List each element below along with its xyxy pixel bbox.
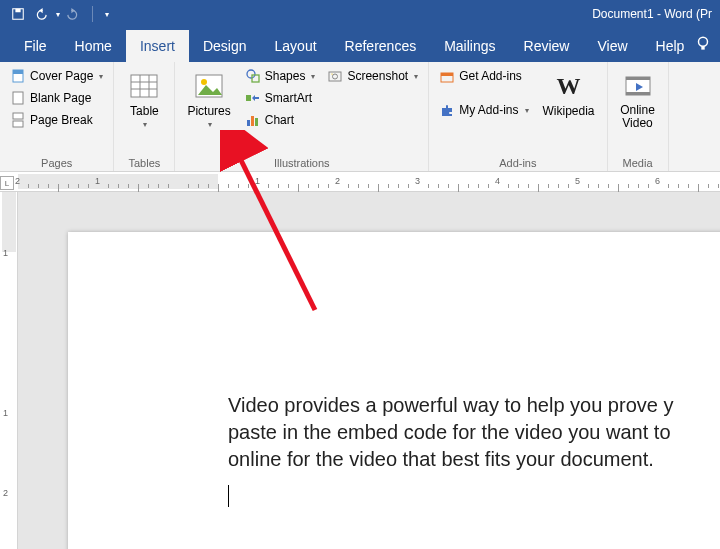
svg-point-24 xyxy=(332,73,333,74)
tab-file[interactable]: File xyxy=(10,30,61,62)
workspace: 112 Video provides a powerful way to hel… xyxy=(0,192,720,549)
tab-view[interactable]: View xyxy=(583,30,641,62)
svg-point-15 xyxy=(201,79,207,85)
svg-rect-9 xyxy=(131,75,157,97)
save-icon[interactable] xyxy=(10,6,26,22)
page-break-icon xyxy=(10,112,26,128)
page-break-button[interactable]: Page Break xyxy=(6,110,107,130)
my-addins-button[interactable]: My Add-ins ▾ xyxy=(435,100,532,120)
svg-rect-29 xyxy=(626,92,650,95)
cover-page-button[interactable]: Cover Page ▾ xyxy=(6,66,107,86)
table-icon xyxy=(128,70,160,102)
horizontal-ruler[interactable]: L 21123456 xyxy=(0,172,720,192)
body-text[interactable]: Video provides a powerful way to help yo… xyxy=(228,392,720,514)
svg-rect-18 xyxy=(246,95,251,101)
cover-page-label: Cover Page xyxy=(30,69,93,83)
store-icon xyxy=(439,68,455,84)
chevron-down-icon: ▾ xyxy=(143,120,147,129)
svg-point-2 xyxy=(699,37,708,46)
group-tables: Table ▾ Tables xyxy=(114,62,175,171)
blank-page-button[interactable]: Blank Page xyxy=(6,88,107,108)
svg-rect-5 xyxy=(13,70,23,74)
group-label: Add-ins xyxy=(435,155,600,169)
chevron-down-icon: ▾ xyxy=(414,72,418,81)
svg-rect-22 xyxy=(329,72,341,81)
tab-selector[interactable]: L xyxy=(0,176,14,190)
svg-rect-7 xyxy=(13,113,23,119)
undo-dropdown-icon[interactable]: ▾ xyxy=(56,10,60,19)
group-media: Online Video Media xyxy=(608,62,669,171)
my-addins-label: My Add-ins xyxy=(459,103,518,117)
screenshot-button[interactable]: Screenshot ▾ xyxy=(323,66,422,86)
group-addins: Get Add-ins My Add-ins ▾ W Wikipedia Add… xyxy=(429,62,607,171)
tell-me-icon[interactable] xyxy=(694,35,712,56)
group-pages: Cover Page ▾ Blank Page Page Break Pages xyxy=(0,62,114,171)
smartart-button[interactable]: SmartArt xyxy=(241,88,320,108)
online-video-icon xyxy=(622,70,654,102)
table-button[interactable]: Table ▾ xyxy=(120,66,168,133)
svg-rect-19 xyxy=(247,120,250,126)
pictures-label: Pictures xyxy=(187,104,230,118)
online-video-label: Online Video xyxy=(620,104,655,130)
chevron-down-icon: ▾ xyxy=(99,72,103,81)
page-break-label: Page Break xyxy=(30,113,93,127)
svg-rect-20 xyxy=(251,116,254,126)
smartart-icon xyxy=(245,90,261,106)
tab-help[interactable]: Help xyxy=(642,30,699,62)
svg-rect-21 xyxy=(255,118,258,126)
wikipedia-label: Wikipedia xyxy=(543,104,595,118)
text-line: online for the video that best fits your… xyxy=(228,446,720,473)
undo-icon[interactable] xyxy=(32,6,48,22)
svg-rect-28 xyxy=(626,77,650,80)
svg-rect-6 xyxy=(13,92,23,104)
wikipedia-button[interactable]: W Wikipedia xyxy=(537,66,601,122)
document-page[interactable]: Video provides a powerful way to help yo… xyxy=(68,232,720,549)
chevron-down-icon: ▾ xyxy=(311,72,315,81)
svg-rect-3 xyxy=(701,46,704,49)
chart-button[interactable]: Chart xyxy=(241,110,320,130)
pictures-button[interactable]: Pictures ▾ xyxy=(181,66,236,133)
blank-page-label: Blank Page xyxy=(30,91,91,105)
table-label: Table xyxy=(130,104,159,118)
redo-icon[interactable] xyxy=(66,6,82,22)
chevron-down-icon: ▾ xyxy=(525,106,529,115)
shapes-button[interactable]: Shapes ▾ xyxy=(241,66,320,86)
svg-point-16 xyxy=(247,70,255,78)
text-line: Video provides a powerful way to help yo… xyxy=(228,392,720,419)
qat-customize-icon[interactable]: ▾ xyxy=(105,10,109,19)
screenshot-icon xyxy=(327,68,343,84)
tab-design[interactable]: Design xyxy=(189,30,261,62)
svg-point-23 xyxy=(333,74,338,79)
tab-references[interactable]: References xyxy=(331,30,431,62)
tab-layout[interactable]: Layout xyxy=(261,30,331,62)
chart-icon xyxy=(245,112,261,128)
shapes-label: Shapes xyxy=(265,69,306,83)
tab-mailings[interactable]: Mailings xyxy=(430,30,509,62)
svg-rect-17 xyxy=(252,75,259,82)
group-label: Illustrations xyxy=(181,155,422,169)
pictures-icon xyxy=(193,70,225,102)
addins-icon xyxy=(439,102,455,118)
tab-home[interactable]: Home xyxy=(61,30,126,62)
group-illustrations: Pictures ▾ Shapes ▾ SmartArt Chart xyxy=(175,62,429,171)
ribbon: Cover Page ▾ Blank Page Page Break Pages xyxy=(0,62,720,172)
get-addins-button[interactable]: Get Add-ins xyxy=(435,66,532,86)
group-label: Pages xyxy=(6,155,107,169)
get-addins-label: Get Add-ins xyxy=(459,69,522,83)
text-cursor xyxy=(228,485,229,507)
vertical-ruler[interactable]: 112 xyxy=(0,192,18,549)
page-area[interactable]: Video provides a powerful way to help yo… xyxy=(18,192,720,549)
shapes-icon xyxy=(245,68,261,84)
smartart-label: SmartArt xyxy=(265,91,312,105)
group-label: Tables xyxy=(120,155,168,169)
tab-insert[interactable]: Insert xyxy=(126,30,189,62)
wikipedia-icon: W xyxy=(553,70,585,102)
chart-label: Chart xyxy=(265,113,294,127)
cover-page-icon xyxy=(10,68,26,84)
svg-rect-26 xyxy=(441,73,453,76)
title-bar: ▾ ▾ Document1 - Word (Pr xyxy=(0,0,720,28)
online-video-button[interactable]: Online Video xyxy=(614,66,662,134)
screenshot-label: Screenshot xyxy=(347,69,408,83)
svg-rect-8 xyxy=(13,121,23,127)
tab-review[interactable]: Review xyxy=(510,30,584,62)
